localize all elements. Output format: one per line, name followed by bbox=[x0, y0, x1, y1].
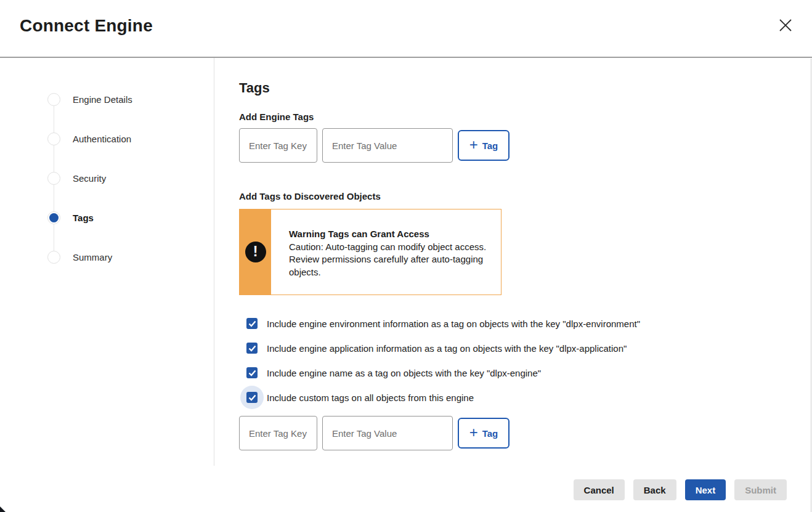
checkbox-engine-name[interactable] bbox=[246, 367, 258, 378]
engine-tag-input-row: + Tag bbox=[239, 128, 812, 163]
checkbox-row-custom-tags[interactable]: Include custom tags on all objects from … bbox=[246, 385, 812, 410]
cursor-artifact bbox=[0, 506, 6, 512]
step-circle-icon bbox=[47, 132, 60, 145]
step-circle-icon bbox=[47, 172, 60, 185]
warning-callout: ! Warning Tags can Grant Access Caution:… bbox=[239, 209, 501, 295]
checkbox-row-engine-name[interactable]: Include engine name as a tag on objects … bbox=[246, 360, 812, 385]
modal-body: Engine Details Authentication Security T… bbox=[0, 58, 812, 466]
modal-footer: Cancel Back Next Submit bbox=[574, 479, 787, 500]
stepper-item-tags[interactable]: Tags bbox=[47, 211, 214, 224]
engine-tag-value-input[interactable] bbox=[322, 128, 453, 163]
checkbox-label: Include engine environment information a… bbox=[267, 319, 640, 329]
plus-icon: + bbox=[469, 137, 478, 152]
checkbox-row-environment[interactable]: Include engine environment information a… bbox=[246, 311, 812, 336]
warning-strip: ! bbox=[240, 209, 271, 295]
add-engine-tag-button[interactable]: + Tag bbox=[458, 130, 510, 161]
step-label: Authentication bbox=[73, 134, 131, 144]
step-label: Summary bbox=[73, 252, 112, 262]
checkbox-custom-tags[interactable] bbox=[246, 392, 258, 403]
stepper-item-security[interactable]: Security bbox=[47, 171, 214, 185]
checked-checkbox-icon bbox=[246, 367, 258, 378]
step-label: Security bbox=[73, 173, 106, 184]
add-custom-tag-button[interactable]: + Tag bbox=[458, 418, 510, 449]
checkbox-label: Include engine name as a tag on objects … bbox=[267, 368, 541, 378]
add-tag-button-label: Tag bbox=[482, 428, 498, 439]
page-title: Tags bbox=[239, 80, 812, 96]
step-circle-active-icon bbox=[47, 211, 60, 224]
tags-panel: Tags Add Engine Tags + Tag Add Tags to D… bbox=[214, 58, 812, 466]
plus-icon: + bbox=[469, 425, 478, 440]
step-label: Tags bbox=[73, 213, 94, 223]
step-circle-icon bbox=[47, 93, 60, 106]
checked-checkbox-icon bbox=[246, 392, 258, 403]
add-engine-tags-label: Add Engine Tags bbox=[239, 112, 812, 122]
auto-tag-checkbox-list: Include engine environment information a… bbox=[239, 311, 812, 410]
step-label: Engine Details bbox=[73, 94, 132, 105]
checkbox-label: Include custom tags on all objects from … bbox=[267, 392, 474, 403]
cancel-button[interactable]: Cancel bbox=[574, 479, 625, 500]
stepper-item-summary[interactable]: Summary bbox=[47, 250, 214, 264]
add-tag-button-label: Tag bbox=[482, 140, 498, 151]
next-button[interactable]: Next bbox=[685, 479, 726, 500]
checkbox-label: Include engine application information a… bbox=[267, 343, 627, 354]
custom-tag-value-input[interactable] bbox=[322, 416, 453, 450]
checked-checkbox-icon bbox=[246, 343, 258, 354]
checked-checkbox-icon bbox=[246, 318, 258, 329]
add-tags-discovered-label: Add Tags to Discovered Objects bbox=[239, 191, 812, 201]
checkbox-application[interactable] bbox=[246, 343, 258, 354]
stepper-item-engine-details[interactable]: Engine Details bbox=[47, 92, 214, 106]
submit-button: Submit bbox=[734, 479, 787, 500]
modal-title: Connect Engine bbox=[20, 16, 794, 36]
custom-tag-key-input[interactable] bbox=[239, 416, 317, 450]
warning-title: Warning Tags can Grant Access bbox=[289, 228, 489, 241]
close-icon bbox=[778, 18, 793, 33]
step-circle-icon bbox=[47, 251, 60, 264]
close-button[interactable] bbox=[778, 18, 793, 33]
warning-text: Warning Tags can Grant Access Caution: A… bbox=[271, 209, 501, 295]
stepper-column: Engine Details Authentication Security T… bbox=[0, 58, 214, 466]
custom-tag-input-row: + Tag bbox=[239, 416, 812, 450]
wizard-stepper: Engine Details Authentication Security T… bbox=[0, 58, 214, 264]
stepper-item-authentication[interactable]: Authentication bbox=[47, 132, 214, 145]
warning-body: Caution: Auto-tagging can modify object … bbox=[289, 241, 489, 279]
back-button[interactable]: Back bbox=[633, 479, 676, 500]
checkbox-row-application[interactable]: Include engine application information a… bbox=[246, 336, 812, 360]
warning-exclamation-icon: ! bbox=[245, 242, 266, 262]
modal-header: Connect Engine bbox=[0, 0, 812, 58]
modal-right-edge bbox=[811, 59, 811, 512]
engine-tag-key-input[interactable] bbox=[239, 128, 317, 163]
checkbox-environment[interactable] bbox=[246, 318, 258, 329]
